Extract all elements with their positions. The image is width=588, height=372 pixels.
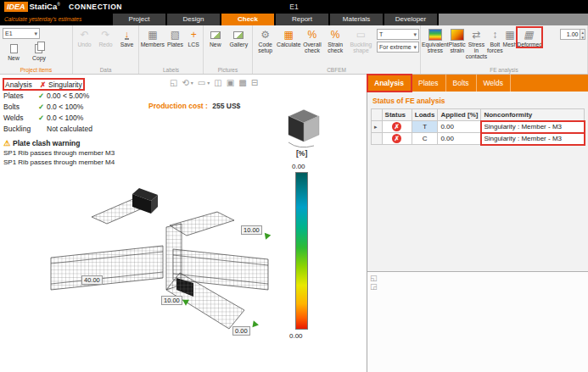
fit-picture-icon[interactable]: ◲ [370, 282, 378, 291]
applied-cell[interactable]: 0.00 [438, 133, 481, 145]
row-pointer-icon: ▸ [374, 124, 378, 130]
applied-cell[interactable]: 0.00 [438, 121, 481, 133]
copy-icon [36, 42, 42, 55]
equivalent-stress-button[interactable]: Equivalent stress [422, 27, 449, 53]
pane-cube-icon[interactable]: ▣ [227, 78, 234, 87]
strain-check-button[interactable]: %Strain check [324, 27, 347, 53]
tab-bar-filler [439, 14, 588, 25]
members-labels-button[interactable]: ▦Members [140, 27, 165, 47]
save-button[interactable]: ↓Save [116, 27, 137, 47]
spin-down-icon[interactable]: ▾ [581, 35, 584, 40]
loads-cell[interactable]: T [412, 121, 438, 133]
deformed-scale-spinner[interactable]: 1.00 ▴▾ [560, 29, 585, 40]
results-tab-plates[interactable]: Plates [412, 75, 446, 92]
mesh-icon: ▦ [505, 28, 514, 42]
status-cell: ✗ [382, 121, 412, 133]
results-tab-welds[interactable]: Welds [477, 75, 511, 92]
extreme-selector[interactable]: For extreme▾ [377, 42, 419, 53]
percent-check-icon: % [308, 28, 317, 42]
tab-project[interactable]: Project [113, 14, 165, 25]
redo-button[interactable]: ↷Redo [95, 27, 116, 47]
col-loads: Loads [412, 109, 438, 121]
current-row-indicator: ▸ [372, 121, 383, 133]
title-bar: IDEA StatiCa® CONNECTION E1 [0, 0, 588, 14]
group-label-project-items: Project items [0, 66, 72, 74]
new-project-button[interactable]: New [1, 41, 26, 61]
fe-status-table: Status Loads Applied [%] Nonconformity ▸… [371, 108, 585, 145]
stress-in-contacts-button[interactable]: ⇄Stress in contacts [466, 27, 487, 59]
tab-materials[interactable]: Materials [330, 14, 383, 25]
plates-labels-button[interactable]: ▧Plates [165, 27, 186, 47]
buckling-icon: ▭ [356, 28, 366, 42]
pane-grid-icon[interactable]: ▩ [238, 78, 246, 87]
pane-gallery-icon[interactable]: ⊟ [251, 78, 258, 87]
calculate-button[interactable]: ▦Calculate [277, 27, 300, 47]
strain-percent-icon: % [331, 28, 340, 42]
tagline: Calculate yesterday's estimates [0, 14, 113, 25]
model-label: 10.00 [241, 225, 262, 235]
tab-design[interactable]: Design [167, 14, 220, 25]
results-tab-bar: Analysis Plates Bolts Welds [367, 75, 588, 92]
copy-project-button[interactable]: Copy [26, 41, 52, 61]
ribbon-group-project-items: E1▾ New Copy Project items [0, 25, 73, 74]
project-selector[interactable]: E1▾ [3, 28, 40, 39]
gallery-button[interactable]: Gallery [227, 27, 251, 47]
check-summary: Analysis ✗ Singularity Plates ✓ 0.00 < 5… [3, 79, 148, 167]
scale-value[interactable]: 1.00 [560, 29, 580, 40]
fit-picture-icon[interactable]: ◱ [370, 274, 378, 282]
results-panel: Analysis Plates Bolts Welds Status of FE… [367, 75, 588, 372]
tab-developer[interactable]: Developer [384, 14, 437, 25]
members-icon: ▦ [148, 28, 157, 42]
fit-view-icon[interactable]: ◱ [170, 78, 177, 87]
new-document-icon [10, 42, 18, 55]
ribbon: E1▾ New Copy Project items ↶Undo ↷Redo ↓… [0, 25, 588, 75]
table-row[interactable]: ▸ ✗ T 0.00 Singularity : Member - M3 [372, 121, 585, 133]
tab-report[interactable]: Report [276, 14, 328, 25]
bolt-forces-button[interactable]: ↕Bolt forces [487, 27, 503, 53]
col-status: Status [382, 109, 412, 121]
col-nonconformity: Nonconformity [481, 109, 585, 121]
scale-max-value: 0.00 [292, 163, 305, 170]
undo-button[interactable]: ↶Undo [74, 27, 95, 47]
results-tab-bolts[interactable]: Bolts [446, 75, 477, 92]
loads-cell[interactable]: C [412, 133, 438, 145]
deformed-mesh-icon: ▦ [524, 28, 534, 42]
production-cost: Production cost : 255 US$ [148, 102, 240, 110]
code-setup-button[interactable]: ⚙Code setup [254, 27, 277, 53]
spinner-arrows[interactable]: ▴▾ [580, 29, 585, 40]
col-applied: Applied [%] [438, 109, 481, 121]
tab-check[interactable]: Check [221, 14, 274, 25]
deformed-button[interactable]: ▦Deformed [517, 27, 542, 47]
pane-split-icon[interactable]: ◫ [214, 78, 221, 87]
pass-icon: ✓ [36, 114, 47, 122]
warning-icon: ⚠ [3, 139, 10, 147]
mesh-button[interactable]: ▦Mesh [503, 27, 518, 47]
load-case-selector[interactable]: T▾ [377, 29, 419, 40]
plastic-strain-button[interactable]: Plastic strain [449, 27, 466, 53]
navigation-cube[interactable] [285, 107, 322, 151]
chevron-down-icon[interactable]: ▾ [191, 80, 193, 86]
chevron-down-icon[interactable]: ▾ [207, 80, 210, 86]
picture-pane: ◱ ◲ [367, 271, 588, 372]
buckling-shape-button[interactable]: ▭Buckling shape [347, 27, 375, 53]
view-mode-icon[interactable]: ▭ [198, 78, 205, 87]
results-tab-analysis[interactable]: Analysis [367, 75, 412, 92]
error-status-icon: ✗ [392, 122, 401, 131]
warning-title: Plate clash warning [13, 139, 80, 147]
analysis-status-row: Analysis ✗ Singularity [3, 79, 84, 90]
pass-icon: ✓ [36, 92, 47, 100]
stress-gradient-icon [428, 28, 442, 42]
table-row[interactable]: ✗ C 0.00 Singularity : Member - M3 [372, 133, 585, 145]
model-viewport[interactable]: ◱ ⟲▾ ▭▾ ◫ ▣ ▩ ⊟ Analysis ✗ Singularity P… [0, 75, 367, 372]
nonconformity-cell[interactable]: Singularity : Member - M3 [481, 133, 585, 145]
group-label-data: Data [73, 66, 138, 74]
new-picture-button[interactable]: New [204, 27, 227, 47]
orbit-icon[interactable]: ⟲ [182, 78, 188, 87]
overall-check-button[interactable]: %Overall check [300, 27, 323, 53]
fe-mesh-model[interactable] [42, 178, 297, 347]
ribbon-group-data: ↶Undo ↷Redo ↓Save Data [73, 25, 139, 74]
lcs-labels-button[interactable]: +LCS [185, 27, 202, 47]
chevron-down-icon: ▾ [34, 31, 37, 37]
nonconformity-cell[interactable]: Singularity : Member - M3 [481, 121, 585, 133]
module-name: CONNECTION [69, 3, 122, 11]
